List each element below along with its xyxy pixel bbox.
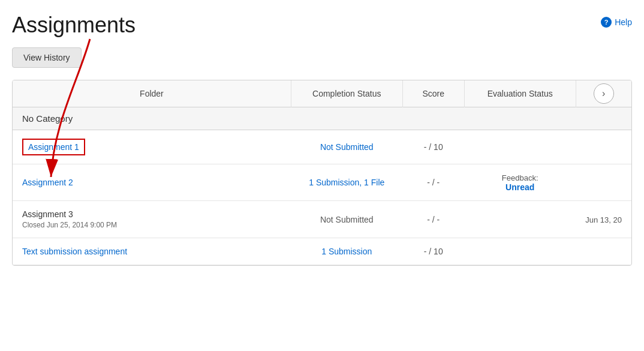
text-submission-eval-cell [464, 238, 576, 265]
column-header-completion: Completion Status [291, 80, 402, 107]
assignment-2-unread-link[interactable]: Unread [474, 182, 566, 192]
assignment-2-completion-link[interactable]: 1 Submission, 1 File [309, 178, 384, 187]
text-submission-score: - / 10 [424, 247, 443, 256]
assignment-2-completion-cell: 1 Submission, 1 File [291, 164, 402, 201]
help-icon: ? [601, 17, 612, 28]
assignment-3-label: Assignment 3 [22, 209, 73, 219]
table-row: Assignment 1 Not Submitted - / 10 [13, 130, 631, 164]
assignment-3-extra-cell: Jun 13, 20 [576, 201, 631, 238]
assignment-1-link[interactable]: Assignment 1 [22, 139, 85, 155]
text-submission-folder-cell: Text submission assignment [13, 238, 291, 265]
table-row: Assignment 3 Closed Jun 25, 2014 9:00 PM… [13, 201, 631, 238]
assignment-1-score: - / 10 [424, 142, 443, 152]
assignment-3-date: Jun 13, 20 [585, 215, 622, 224]
column-header-evaluation: Evaluation Status [464, 80, 576, 107]
table-row: Assignment 2 1 Submission, 1 File - / - … [13, 164, 631, 201]
assignment-2-feedback-label: Feedback: [502, 173, 538, 182]
assignment-3-score: - / - [427, 215, 440, 224]
help-label: Help [615, 17, 632, 27]
assignment-1-extra-cell [576, 130, 631, 164]
text-submission-link[interactable]: Text submission assignment [22, 247, 127, 256]
assignment-2-eval-cell: Feedback: Unread [464, 164, 576, 201]
assignment-1-folder-cell: Assignment 1 [13, 130, 291, 164]
assignment-3-completion: Not Submitted [320, 215, 374, 224]
assignments-table: Folder Completion Status Score Evaluatio… [13, 80, 631, 265]
text-submission-completion-cell: 1 Submission [291, 238, 402, 265]
assignment-1-eval-cell [464, 130, 576, 164]
text-submission-completion-link[interactable]: 1 Submission [321, 247, 372, 256]
assignment-1-completion-cell: Not Submitted [291, 130, 402, 164]
assignment-3-closed-text: Closed Jun 25, 2014 9:00 PM [22, 221, 281, 229]
category-row-no-category: No Category [13, 107, 631, 130]
assignment-3-completion-cell: Not Submitted [291, 201, 402, 238]
column-header-nav: › [576, 80, 631, 107]
assignment-2-link[interactable]: Assignment 2 [22, 178, 73, 187]
assignments-table-container: Folder Completion Status Score Evaluatio… [12, 80, 632, 266]
view-history-button[interactable]: View History [12, 47, 82, 68]
table-nav-next-button[interactable]: › [594, 83, 614, 104]
page-header: Assignments ? Help [12, 12, 632, 38]
assignment-2-score-cell: - / - [402, 164, 464, 201]
table-row: Text submission assignment 1 Submission … [13, 238, 631, 265]
text-submission-extra-cell [576, 238, 631, 265]
assignment-1-completion-link[interactable]: Not Submitted [320, 142, 374, 152]
page-title: Assignments [12, 12, 136, 38]
column-header-folder: Folder [13, 80, 291, 107]
assignment-1-score-cell: - / 10 [402, 130, 464, 164]
column-header-score: Score [402, 80, 464, 107]
category-label: No Category [13, 107, 631, 130]
assignment-3-folder-cell: Assignment 3 Closed Jun 25, 2014 9:00 PM [13, 201, 291, 238]
assignment-3-score-cell: - / - [402, 201, 464, 238]
assignment-3-eval-cell [464, 201, 576, 238]
assignment-2-score: - / - [427, 178, 440, 187]
help-link[interactable]: ? Help [601, 12, 632, 28]
assignment-2-folder-cell: Assignment 2 [13, 164, 291, 201]
assignment-2-extra-cell [576, 164, 631, 201]
table-header-row: Folder Completion Status Score Evaluatio… [13, 80, 631, 107]
text-submission-score-cell: - / 10 [402, 238, 464, 265]
